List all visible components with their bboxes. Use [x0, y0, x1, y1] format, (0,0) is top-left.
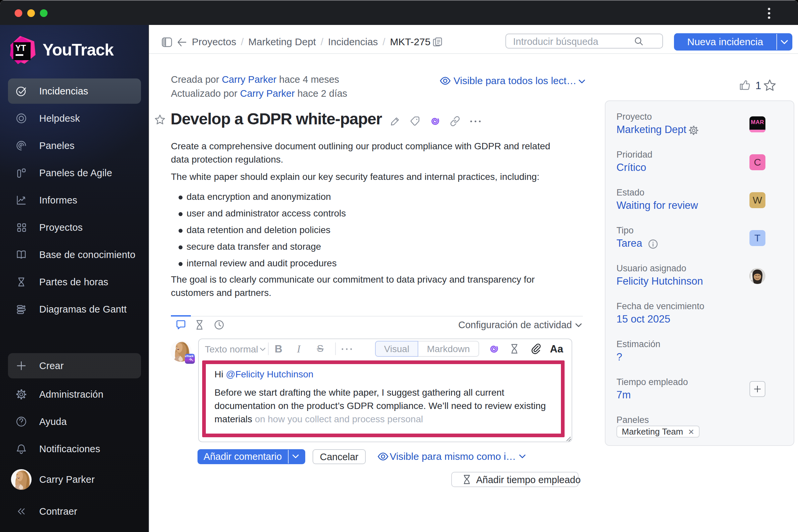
svg-text:YT: YT — [15, 43, 26, 53]
